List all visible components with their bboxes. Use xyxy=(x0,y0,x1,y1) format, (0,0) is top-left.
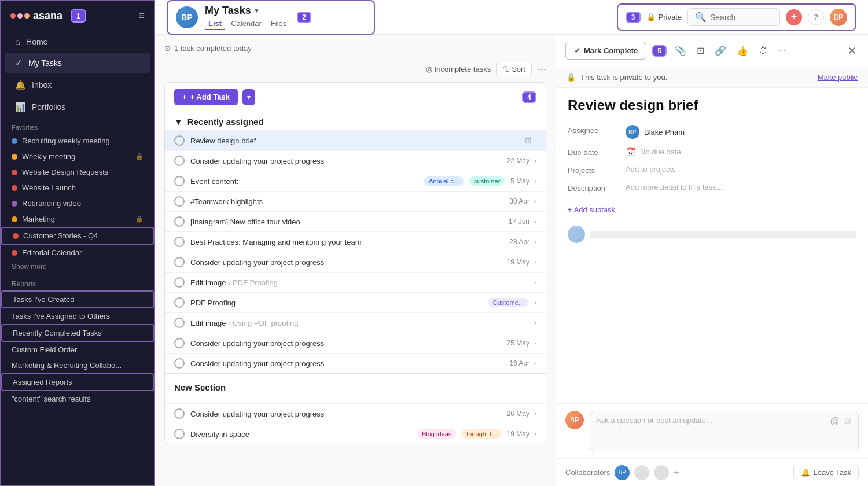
task-row-2[interactable]: Consider updating your project progress … xyxy=(165,150,546,171)
task-check-7[interactable] xyxy=(174,257,185,267)
detail-close-button[interactable]: ✕ xyxy=(845,42,859,60)
sidebar-fav-website-launch[interactable]: Website Launch xyxy=(1,180,154,196)
task-row-4[interactable]: #Teamwork highlights 30 Apr › xyxy=(165,191,546,211)
add-task-bar: + + Add Task ▾ 4 xyxy=(165,83,546,111)
task-check-11[interactable] xyxy=(174,338,185,348)
search-box[interactable]: 🔍 xyxy=(687,8,780,26)
more-options-button[interactable]: ··· xyxy=(538,63,546,75)
task-check-9[interactable] xyxy=(174,297,185,308)
recently-assigned-header: ▼ Recently assigned xyxy=(165,111,546,130)
task-check-12[interactable] xyxy=(174,358,185,369)
task-row-3[interactable]: Event content: Annual c... customer 5 Ma… xyxy=(165,171,546,191)
projects-label: Projects xyxy=(568,165,626,175)
task-name-2: Consider updating your project progress xyxy=(190,157,507,165)
sidebar-item-my-tasks[interactable]: ✓ My Tasks xyxy=(5,53,150,73)
task-check-10[interactable] xyxy=(174,318,185,328)
report-item-custom-field[interactable]: Custom Field Order xyxy=(1,342,154,358)
report-item-tasks-created[interactable]: Tasks I've Created xyxy=(1,290,154,308)
sidebar-fav-rebranding[interactable]: Rebranding video xyxy=(1,196,154,211)
dependency-icon-button[interactable]: ⊡ xyxy=(694,43,707,58)
tab-list[interactable]: List xyxy=(205,18,225,30)
collab-avatar-1: BP xyxy=(615,465,630,480)
task-check-14[interactable] xyxy=(174,429,185,439)
report-item-content-search[interactable]: "content" search results xyxy=(1,391,154,407)
task-check-4[interactable] xyxy=(174,196,185,207)
link-icon-button[interactable]: 🔗 xyxy=(712,43,729,58)
incomplete-tasks-button[interactable]: ◎ Incomplete tasks xyxy=(426,65,491,73)
partial-avatar xyxy=(568,226,585,243)
collab-add-button[interactable]: + xyxy=(674,467,679,478)
report-item-recently-completed[interactable]: Recently Completed Tasks xyxy=(1,324,154,342)
sidebar-item-home[interactable]: ⌂ Home xyxy=(5,31,150,51)
help-button[interactable]: ? xyxy=(808,9,824,25)
task-row-10[interactable]: Edit image ‹ Using PDF proofing › xyxy=(165,312,546,333)
report-item-marketing-recruiting[interactable]: Marketing & Recruiting Collabo... xyxy=(1,358,154,373)
task-row-6[interactable]: Best Practices: Managing and mentoring y… xyxy=(165,231,546,252)
my-tasks-dropdown-arrow[interactable]: ▾ xyxy=(255,6,258,14)
description-input[interactable]: Add more detail to this task... xyxy=(626,183,723,192)
task-row-7[interactable]: Consider updating your project progress … xyxy=(165,252,546,272)
detail-field-projects: Projects Add to projects xyxy=(568,165,856,175)
lock-icon-weekly: 🔒 xyxy=(135,153,144,160)
emoji-mention-icon[interactable]: @ xyxy=(830,416,839,426)
task-row-8[interactable]: Edit image ‹ PDF Proofing › xyxy=(165,272,546,292)
detail-field-description: Description Add more detail to this task… xyxy=(568,183,856,193)
sidebar-fav-website-design[interactable]: Website Design Requests xyxy=(1,164,154,180)
task-check-13[interactable] xyxy=(174,408,185,419)
leave-task-button[interactable]: 🔔 Leave Task xyxy=(793,465,859,480)
add-subtask-button[interactable]: + Add subtask xyxy=(568,201,856,219)
sort-button[interactable]: ⇅ Sort xyxy=(496,62,532,76)
report-item-assigned-reports[interactable]: Assigned Reports xyxy=(1,373,154,391)
task-check-5[interactable] xyxy=(174,216,185,227)
collapse-arrow[interactable]: ▼ xyxy=(174,117,183,127)
sidebar-fav-recruiting[interactable]: Recruiting weekly meeting xyxy=(1,133,154,149)
task-check-2[interactable] xyxy=(174,156,185,166)
emoji-smile-icon[interactable]: ☺ xyxy=(843,416,852,426)
timer-icon-button[interactable]: ⏱ xyxy=(756,43,770,58)
hamburger-icon[interactable]: ≡ xyxy=(138,10,145,22)
task-arrow-9: › xyxy=(534,299,536,307)
task-row-1[interactable]: Review design brief ⊞ xyxy=(165,130,546,150)
sidebar-fav-marketing[interactable]: Marketing 🔒 xyxy=(1,211,154,227)
add-to-projects-link[interactable]: Add to projects xyxy=(626,165,676,174)
task-row-5[interactable]: [Instagram] New office tour video 17 Jun… xyxy=(165,211,546,231)
task-row-9[interactable]: PDF Proofing Custome... › xyxy=(165,292,546,312)
collab-avatar-3 xyxy=(654,465,669,480)
task-check-8[interactable] xyxy=(174,277,185,288)
sidebar-item-portfolios[interactable]: 📊 Portfolios xyxy=(5,97,150,117)
fav-dot-website-launch xyxy=(12,185,17,191)
task-row-12[interactable]: Consider updating your project progress … xyxy=(165,353,546,373)
task-check-3[interactable] xyxy=(174,176,185,186)
report-label-tasks-assigned: Tasks I've Assigned to Others xyxy=(12,312,110,321)
user-avatar-top[interactable]: BP xyxy=(830,9,847,26)
sidebar-fav-customer-stories[interactable]: Customer Stories - Q4 xyxy=(1,227,154,245)
search-input[interactable] xyxy=(710,13,768,22)
add-button[interactable]: + xyxy=(786,9,802,25)
sidebar-item-inbox[interactable]: 🔔 Inbox xyxy=(5,75,150,95)
favorites-section-title: Favorites xyxy=(1,118,154,133)
comment-input-area[interactable]: Ask a question or post an update... @ ☺ xyxy=(590,411,859,451)
report-item-tasks-assigned[interactable]: Tasks I've Assigned to Others xyxy=(1,308,154,324)
task-row-11[interactable]: Consider updating your project progress … xyxy=(165,333,546,353)
tab-files[interactable]: Files xyxy=(267,18,290,30)
task-date-2: 22 May xyxy=(507,157,529,165)
tab-calendar[interactable]: Calendar xyxy=(227,18,265,30)
more-icon-button[interactable]: ··· xyxy=(776,43,788,58)
sidebar-fav-weekly[interactable]: Weekly meeting 🔒 xyxy=(1,149,154,164)
add-task-button[interactable]: + + Add Task xyxy=(174,89,238,105)
header-badge-2: 2 xyxy=(297,12,311,23)
attachment-icon-button[interactable]: 📎 xyxy=(672,43,689,58)
task-row-14[interactable]: Diversity in space Blog ideas thought l.… xyxy=(165,424,546,444)
report-label-custom-field: Custom Field Order xyxy=(12,345,77,354)
make-public-link[interactable]: Make public xyxy=(818,73,858,82)
mark-complete-button[interactable]: ✓ Mark Complete xyxy=(565,42,646,60)
task-date-12: 16 Apr xyxy=(509,359,529,367)
due-date-value[interactable]: 📅 No due date xyxy=(626,147,856,156)
add-task-dropdown-button[interactable]: ▾ xyxy=(242,89,255,105)
sidebar-fav-editorial[interactable]: Editorial Calendar xyxy=(1,245,154,260)
task-check-6[interactable] xyxy=(174,237,185,247)
like-icon-button[interactable]: 👍 xyxy=(734,43,751,58)
show-more-link[interactable]: Show more xyxy=(1,260,154,273)
task-check-1[interactable] xyxy=(174,135,185,146)
task-row-13[interactable]: Consider updating your project progress … xyxy=(165,403,546,424)
